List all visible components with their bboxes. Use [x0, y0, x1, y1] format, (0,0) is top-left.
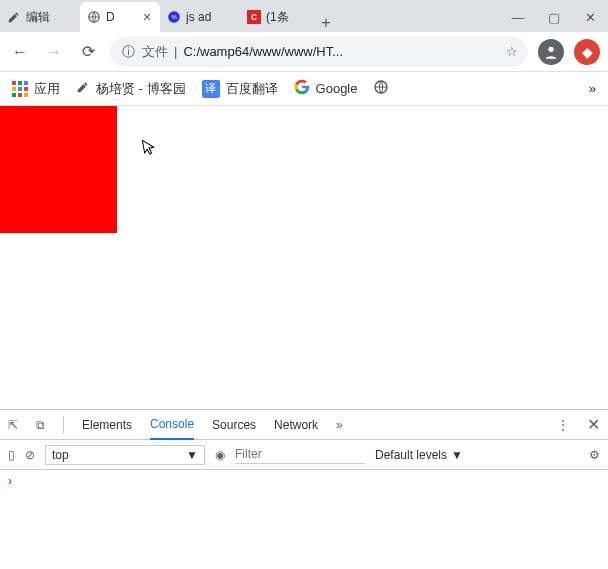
clear-console-icon[interactable]: ⊘ [25, 448, 35, 462]
filter-field[interactable] [235, 445, 365, 464]
close-icon[interactable]: × [140, 10, 154, 24]
tab-label: 编辑 [26, 9, 74, 26]
red-square [0, 106, 117, 233]
tab-4[interactable]: C (1条 [240, 2, 312, 32]
bookmark-cnblogs[interactable]: 杨培贤 - 博客园 [76, 80, 186, 98]
context-selector[interactable]: top ▼ [45, 445, 205, 465]
apps-bookmark[interactable]: 应用 [12, 80, 60, 98]
window-close-button[interactable]: ✕ [572, 2, 608, 32]
bookmark-globe[interactable] [373, 79, 389, 98]
devtools-tabs: ⇱ ⧉ Elements Console Sources Network » ⋮… [0, 410, 608, 440]
translate-icon: 译 [202, 80, 220, 98]
levels-label: Default levels [375, 448, 447, 462]
bookmark-label: 杨培贤 - 博客园 [96, 80, 186, 98]
csdn-icon: C [246, 9, 262, 25]
tab-network[interactable]: Network [274, 410, 318, 440]
tab-label: (1条 [266, 9, 306, 26]
tab-console[interactable]: Console [150, 410, 194, 440]
tab-sources[interactable]: Sources [212, 410, 256, 440]
omnibox[interactable]: ⓘ 文件 | C:/wamp64/www/www/HT... ☆ [110, 37, 528, 67]
sidebar-toggle-icon[interactable]: ▯ [8, 448, 15, 462]
maximize-button[interactable]: ▢ [536, 2, 572, 32]
tab-elements[interactable]: Elements [82, 410, 132, 440]
back-button[interactable]: ← [8, 40, 32, 64]
globe-icon [373, 79, 389, 98]
pen-icon [6, 9, 22, 25]
bookmark-baidu-fanyi[interactable]: 译 百度翻译 [202, 80, 278, 98]
console-prompt: › [8, 474, 12, 488]
baidu-icon: % [166, 9, 182, 25]
tab-label: D [106, 10, 136, 24]
bookmark-label: 应用 [34, 80, 60, 98]
console-settings-icon[interactable]: ⚙ [589, 448, 600, 462]
browser-window: 编辑 D × % js ad C (1条 + — ▢ ✕ [0, 0, 608, 569]
context-value: top [52, 448, 69, 462]
live-expression-icon[interactable]: ◉ [215, 448, 225, 462]
svg-point-5 [548, 46, 553, 51]
console-toolbar: ▯ ⊘ top ▼ ◉ Default levels ▼ ⚙ [0, 440, 608, 470]
chevron-down-icon: ▼ [451, 448, 463, 462]
pen-icon [76, 80, 90, 97]
divider [63, 416, 64, 434]
bookmarks-bar: 应用 杨培贤 - 博客园 译 百度翻译 Google » [0, 72, 608, 106]
url-text: C:/wamp64/www/www/HT... [183, 44, 500, 59]
log-levels-selector[interactable]: Default levels ▼ [375, 448, 463, 462]
new-tab-button[interactable]: + [312, 14, 340, 32]
bookmark-label: Google [316, 81, 358, 96]
inspect-element-icon[interactable]: ⇱ [8, 418, 18, 432]
bookmark-label: 百度翻译 [226, 80, 278, 98]
google-icon [294, 79, 310, 98]
profile-avatar[interactable] [538, 39, 564, 65]
extension-icon[interactable]: ◆ [574, 39, 600, 65]
cursor-icon [141, 137, 159, 161]
tab-label: js ad [186, 10, 234, 24]
page-content [0, 106, 608, 409]
bookmark-star-icon[interactable]: ☆ [506, 44, 518, 59]
forward-button[interactable]: → [42, 40, 66, 64]
tab-strip: 编辑 D × % js ad C (1条 + — ▢ ✕ [0, 0, 608, 32]
bookmark-google[interactable]: Google [294, 79, 358, 98]
apps-grid-icon [12, 81, 28, 97]
tab-1[interactable]: 编辑 [0, 2, 80, 32]
filter-input[interactable] [235, 445, 365, 464]
globe-icon [86, 9, 102, 25]
info-icon: ⓘ [120, 44, 136, 60]
devtools-close-icon[interactable]: ✕ [587, 415, 600, 434]
minimize-button[interactable]: — [500, 2, 536, 32]
more-tabs-icon[interactable]: » [336, 418, 343, 432]
device-toggle-icon[interactable]: ⧉ [36, 418, 45, 432]
svg-text:C: C [251, 13, 257, 22]
chevron-down-icon: ▼ [186, 448, 198, 462]
url-sep: | [174, 44, 177, 59]
address-bar: ← → ⟳ ⓘ 文件 | C:/wamp64/www/www/HT... ☆ ◆ [0, 32, 608, 72]
console-output[interactable]: › [0, 470, 608, 569]
devtools-menu-icon[interactable]: ⋮ [557, 418, 569, 432]
url-prefix: 文件 [142, 43, 168, 61]
window-controls: — ▢ ✕ [500, 2, 608, 32]
tab-2-active[interactable]: D × [80, 2, 160, 32]
tab-3[interactable]: % js ad [160, 2, 240, 32]
devtools-panel: ⇱ ⧉ Elements Console Sources Network » ⋮… [0, 409, 608, 569]
svg-text:%: % [171, 14, 176, 20]
reload-button[interactable]: ⟳ [76, 40, 100, 64]
bookmarks-overflow[interactable]: » [589, 81, 596, 96]
